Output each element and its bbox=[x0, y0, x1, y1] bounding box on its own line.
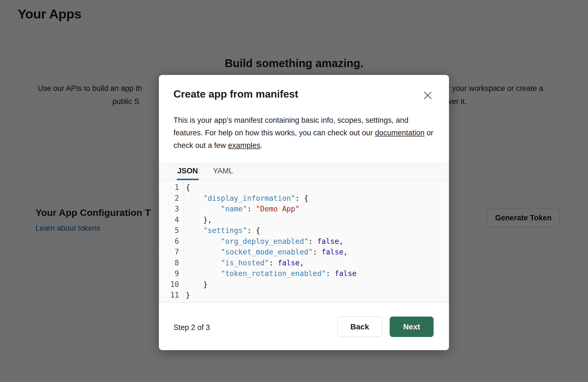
line-number: 10 bbox=[159, 279, 182, 290]
line-number: 6 bbox=[159, 236, 182, 247]
line-number: 8 bbox=[159, 258, 182, 268]
code-text: } bbox=[182, 279, 208, 290]
modal-description: This is your app’s manifest containing b… bbox=[173, 114, 434, 152]
code-text: "display_information": { bbox=[182, 193, 308, 204]
tab-json[interactable]: JSON bbox=[177, 163, 199, 180]
code-line: 8 "is_hosted": false, bbox=[159, 258, 449, 268]
code-text: "socket_mode_enabled": false, bbox=[182, 247, 348, 258]
line-number: 1 bbox=[159, 182, 182, 193]
code-line: 9 "token_rotation_enabled": false bbox=[159, 268, 449, 279]
tab-yaml[interactable]: YAML bbox=[213, 163, 234, 180]
documentation-link[interactable]: documentation bbox=[375, 129, 424, 137]
code-line: 3 "name": "Demo App" bbox=[159, 204, 449, 214]
line-number: 11 bbox=[159, 290, 182, 301]
manifest-code-editor[interactable]: 1{2 "display_information": {3 "name": "D… bbox=[159, 180, 449, 303]
code-line: 11} bbox=[159, 290, 449, 301]
code-text: } bbox=[182, 290, 190, 301]
code-text: }, bbox=[182, 214, 212, 225]
code-text: "org_deploy_enabled": false, bbox=[182, 236, 344, 247]
line-number: 4 bbox=[159, 214, 182, 225]
description-text: . bbox=[260, 141, 263, 150]
manifest-format-tab-bar: JSON YAML bbox=[159, 163, 449, 180]
line-number: 5 bbox=[159, 225, 182, 236]
code-text: "settings": { bbox=[182, 225, 260, 236]
line-number: 2 bbox=[159, 193, 182, 204]
line-number: 9 bbox=[159, 268, 182, 279]
description-text: This is your app’s manifest containing b… bbox=[173, 116, 408, 137]
code-line: 6 "org_deploy_enabled": false, bbox=[159, 236, 449, 247]
gutter-separator bbox=[184, 180, 184, 302]
code-text: "token_rotation_enabled": false bbox=[182, 268, 357, 279]
close-button[interactable] bbox=[421, 89, 434, 102]
examples-link[interactable]: examples bbox=[228, 141, 260, 150]
back-button[interactable]: Back bbox=[337, 317, 382, 337]
code-line: 10 } bbox=[159, 279, 449, 290]
code-text: "name": "Demo App" bbox=[182, 204, 300, 214]
code-text: { bbox=[182, 182, 190, 193]
code-line: 7 "socket_mode_enabled": false, bbox=[159, 247, 449, 258]
code-line: 5 "settings": { bbox=[159, 225, 449, 236]
line-number: 7 bbox=[159, 247, 182, 258]
step-indicator: Step 2 of 3 bbox=[173, 323, 210, 332]
code-line: 1{ bbox=[159, 182, 449, 193]
create-app-from-manifest-modal: Create app from manifest This is your ap… bbox=[159, 75, 449, 350]
code-text: "is_hosted": false, bbox=[182, 258, 304, 268]
close-icon bbox=[424, 91, 432, 100]
line-number: 3 bbox=[159, 204, 182, 214]
code-line: 2 "display_information": { bbox=[159, 193, 449, 204]
modal-title: Create app from manifest bbox=[173, 88, 298, 100]
next-button[interactable]: Next bbox=[390, 317, 434, 337]
code-line: 4 }, bbox=[159, 214, 449, 225]
